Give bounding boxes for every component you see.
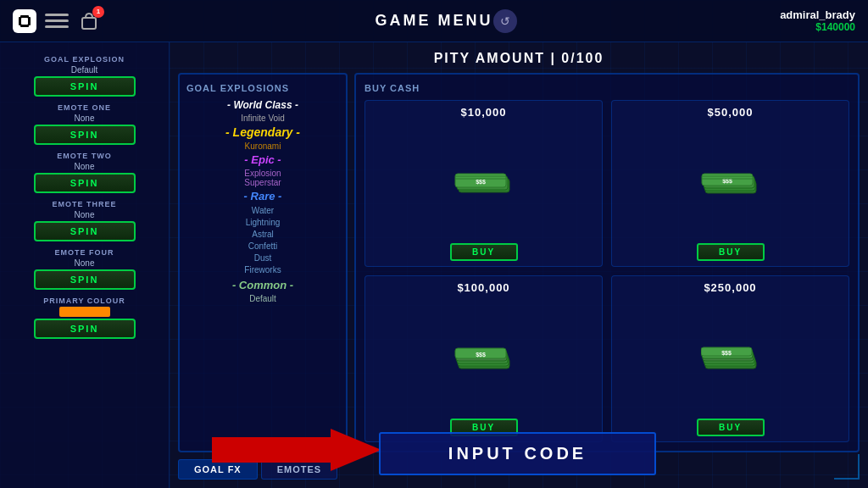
svg-marker-30 xyxy=(212,429,381,471)
bag-icon-button[interactable]: 1 xyxy=(77,9,101,33)
sidebar-value-emote-two: None xyxy=(75,162,95,171)
svg-text:$$$: $$$ xyxy=(721,350,732,357)
spin-button-emote-three[interactable]: SPIN xyxy=(34,221,136,241)
hamburger-menu-button[interactable] xyxy=(45,9,69,33)
goal-explosions-title: GOAL EXPLOSIONS xyxy=(186,83,339,93)
cash-item-100000: $100,000 $$$ BUY xyxy=(364,275,603,442)
cash-amount-50000: $50,000 xyxy=(708,106,754,119)
tier-common-label: - Common - xyxy=(186,279,339,291)
center-pane: PITY AMOUNT | 0/100 GOAL EXPLOSIONS - Wo… xyxy=(170,42,868,488)
notification-badge: 1 xyxy=(92,6,104,18)
cash-amount-100000: $100,000 xyxy=(457,281,509,294)
cash-item-50000: $50,000 $$$ BU xyxy=(611,100,849,267)
sidebar-section-emote-four: EMOTE FOUR None SPIN xyxy=(13,248,156,290)
center-panels: GOAL EXPLOSIONS - World Class - Infinite… xyxy=(178,73,860,452)
tier-rare-label: - Rare - xyxy=(186,190,339,202)
cash-grid: $10,000 $$$ BUY xyxy=(364,100,849,442)
sidebar-label-emote-two: EMOTE TWO xyxy=(57,152,112,160)
sidebar-value-emote-three: None xyxy=(75,210,95,219)
spin-button-emote-one[interactable]: SPIN xyxy=(34,125,136,145)
buy-button-50000[interactable]: BUY xyxy=(697,243,765,261)
sidebar-label-emote-one: EMOTE ONE xyxy=(58,103,111,112)
top-bar-left: 1 xyxy=(13,9,101,33)
sidebar-label-emote-four: EMOTE FOUR xyxy=(55,248,114,257)
goal-explosions-panel: GOAL EXPLOSIONS - World Class - Infinite… xyxy=(178,73,348,452)
user-info[interactable]: admiral_brady $140000 xyxy=(780,8,855,33)
input-code-button[interactable]: INPUT CODE xyxy=(379,432,656,475)
svg-text:$$$: $$$ xyxy=(476,179,486,186)
primary-color-swatch[interactable] xyxy=(59,307,110,317)
sidebar-label-emote-three: EMOTE THREE xyxy=(52,200,116,208)
spin-button-emote-four[interactable]: SPIN xyxy=(34,269,136,290)
buy-cash-title: BUY CASH xyxy=(364,83,849,93)
main-content: GOAL EXPLOSION Default SPIN EMOTE ONE No… xyxy=(0,42,868,488)
spin-button-emote-two[interactable]: SPIN xyxy=(34,173,136,193)
roblox-icon[interactable] xyxy=(13,9,36,33)
tier-epic-label: - Epic - xyxy=(186,153,339,166)
sidebar-label-goal-explosion: GOAL EXPLOSION xyxy=(44,55,125,64)
sidebar-section-goal-explosion: GOAL EXPLOSION Default SPIN xyxy=(13,55,156,97)
buy-cash-panel: BUY CASH $10,000 $$$ xyxy=(354,73,860,452)
tier-rare-items: WaterLightningAstralConfettiDustFirework… xyxy=(186,205,339,276)
sidebar-value-goal-explosion: Default xyxy=(71,65,98,75)
svg-text:$$$: $$$ xyxy=(476,352,486,358)
username: admiral_brady xyxy=(780,8,855,21)
sidebar-value-emote-four: None xyxy=(75,258,95,268)
cash-item-10000: $10,000 $$$ BUY xyxy=(364,100,603,267)
tier-epic-items: ExplosionSuperstar xyxy=(186,169,339,187)
cash-amount-250000: $250,000 xyxy=(704,281,756,294)
cash-image-50000: $$$ xyxy=(701,166,760,196)
cash-amount-10000: $10,000 xyxy=(461,106,507,119)
spin-button-goal-explosion[interactable]: SPIN xyxy=(34,76,136,97)
tier-world-class-label: - World Class - xyxy=(186,99,339,111)
svg-rect-2 xyxy=(21,18,28,25)
buy-button-250000[interactable]: BUY xyxy=(697,419,765,436)
top-bar: 1 GAME MENU ↺ admiral_brady $140000 xyxy=(0,0,868,42)
pity-amount-header: PITY AMOUNT | 0/100 xyxy=(178,51,860,66)
sidebar-section-emote-three: EMOTE THREE None SPIN xyxy=(13,200,156,241)
red-arrow-decoration xyxy=(212,429,381,471)
corner-decoration-br xyxy=(834,454,860,480)
input-code-wrapper: INPUT CODE xyxy=(379,432,656,475)
sidebar-section-emote-two: EMOTE TWO None SPIN xyxy=(13,152,156,193)
tier-world-class-items: Infinite Void xyxy=(186,114,339,123)
cash-item-250000: $250,000 $$$ B xyxy=(611,275,849,442)
sidebar-section-primary-colour: PRIMARY COLOUR SPIN xyxy=(13,297,156,339)
sidebar-label-primary-colour: PRIMARY COLOUR xyxy=(43,297,125,305)
svg-rect-3 xyxy=(82,18,96,29)
buy-button-10000[interactable]: BUY xyxy=(450,243,518,261)
spin-button-primary-colour[interactable]: SPIN xyxy=(34,319,136,339)
left-sidebar: GOAL EXPLOSION Default SPIN EMOTE ONE No… xyxy=(0,42,170,488)
sidebar-value-emote-one: None xyxy=(75,114,95,123)
cash-image-100000: $$$ xyxy=(454,341,514,371)
tier-legendary-items: Kuronami xyxy=(186,141,339,151)
back-button[interactable]: ↺ xyxy=(493,9,517,33)
tier-common-items: Default xyxy=(186,294,339,303)
tier-legendary-label: - Legendary - xyxy=(186,125,339,139)
page-title: GAME MENU xyxy=(376,12,493,30)
cash-image-10000: $$$ xyxy=(454,166,514,196)
user-cash: $140000 xyxy=(780,21,855,33)
sidebar-section-emote-one: EMOTE ONE None SPIN xyxy=(13,103,156,145)
cash-image-250000: $$$ xyxy=(701,341,760,371)
